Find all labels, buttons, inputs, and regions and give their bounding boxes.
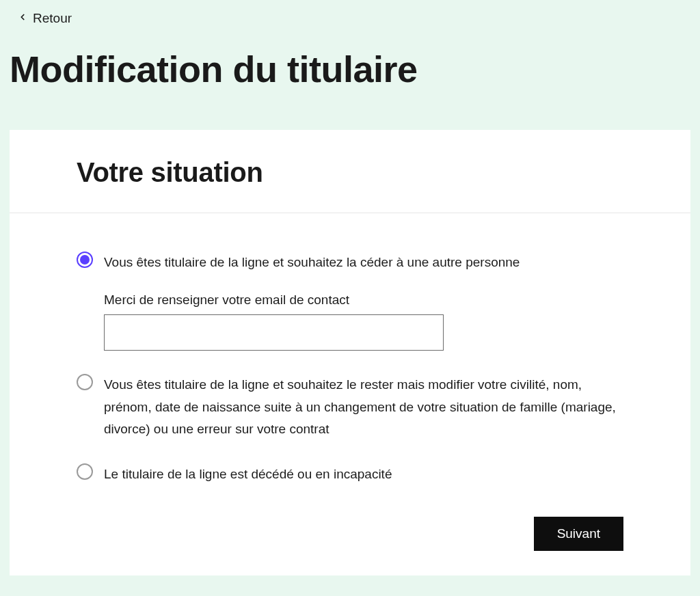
card-header: Votre situation: [10, 130, 690, 213]
email-label: Merci de renseigner votre email de conta…: [104, 293, 623, 308]
radio-label-deceased[interactable]: Le titulaire de la ligne est décédé ou e…: [104, 463, 623, 485]
radio-label-transfer[interactable]: Vous êtes titulaire de la ligne et souha…: [104, 252, 623, 273]
radio-option-modify: Vous êtes titulaire de la ligne et souha…: [77, 374, 623, 440]
chevron-left-icon: [18, 12, 27, 25]
next-button[interactable]: Suivant: [534, 517, 623, 551]
back-label: Retour: [33, 11, 72, 26]
actions-row: Suivant: [10, 509, 690, 551]
radio-modify[interactable]: [77, 374, 93, 390]
situation-card: Votre situation Vous êtes titulaire de l…: [10, 130, 690, 575]
radio-content: Vous êtes titulaire de la ligne et souha…: [104, 374, 623, 440]
page-title: Modification du titulaire: [10, 48, 690, 90]
radio-content: Vous êtes titulaire de la ligne et souha…: [104, 252, 623, 351]
email-field-wrap: Merci de renseigner votre email de conta…: [104, 293, 623, 351]
card-title: Votre situation: [77, 157, 623, 188]
back-link[interactable]: Retour: [18, 8, 72, 29]
radio-option-transfer: Vous êtes titulaire de la ligne et souha…: [77, 252, 623, 351]
radio-option-deceased: Le titulaire de la ligne est décédé ou e…: [77, 463, 623, 485]
email-input[interactable]: [104, 314, 444, 351]
radio-content: Le titulaire de la ligne est décédé ou e…: [104, 463, 623, 485]
radio-transfer[interactable]: [77, 252, 93, 268]
card-body: Vous êtes titulaire de la ligne et souha…: [10, 213, 690, 485]
radio-deceased[interactable]: [77, 463, 93, 480]
radio-label-modify[interactable]: Vous êtes titulaire de la ligne et souha…: [104, 374, 623, 440]
